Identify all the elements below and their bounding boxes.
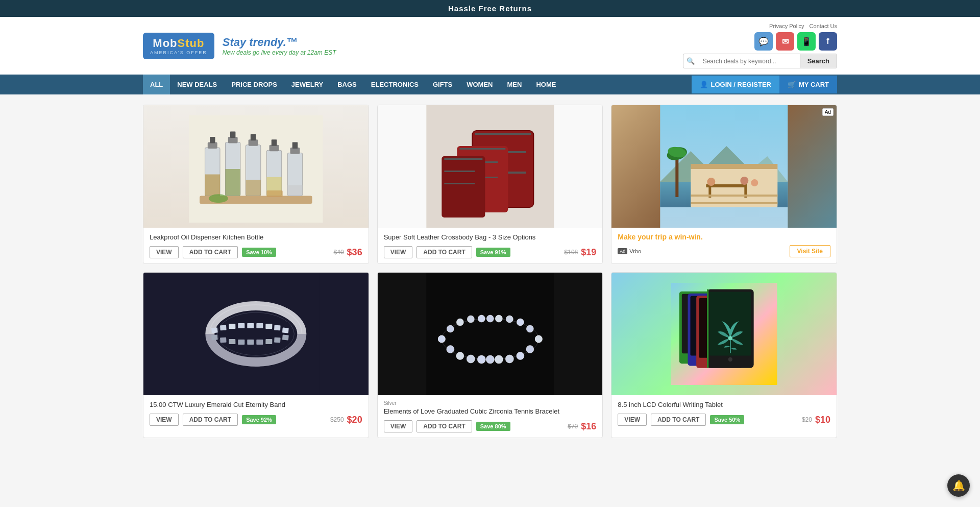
product-info-tennis-bracelet: Silver Elements of Love Graduated Cubic … [378, 395, 603, 438]
svg-point-83 [447, 325, 454, 332]
ad-card-vrbo: Ad Make your trip a win-win. Ad Vrbo Vis… [611, 105, 837, 264]
logo-area: MobStub AMERICA'S OFFER Stay trendy.™ Ne… [143, 33, 336, 59]
visit-site-button[interactable]: Visit Site [790, 245, 830, 257]
nav-item-jewelry[interactable]: JEWELRY [284, 75, 330, 94]
ad-source: Ad Vrbo [618, 248, 641, 254]
search-bar: 🔍 Search [683, 54, 837, 68]
svg-point-115 [728, 357, 732, 361]
logo-box[interactable]: MobStub AMERICA'S OFFER [143, 33, 214, 59]
svg-point-97 [477, 355, 485, 364]
tagline-sub: New deals go live every day at 12am EST [223, 49, 336, 56]
add-to-cart-button[interactable]: ADD TO CART [183, 246, 238, 258]
user-icon: 👤 [700, 81, 708, 88]
price-area: $108 $19 [565, 247, 597, 258]
product-card-oil-bottles: Leakproof Oil Dispenser Kitchen Bottle V… [143, 105, 369, 264]
svg-rect-30 [475, 133, 531, 135]
product-actions: VIEW ADD TO CART Save 50% $20 $10 [618, 414, 830, 426]
nav-cart-button[interactable]: 🛒 MY CART [779, 76, 837, 93]
save-badge: Save 10% [242, 248, 276, 257]
nav-item-electronics[interactable]: ELECTRONICS [364, 75, 426, 94]
svg-rect-73 [229, 339, 235, 344]
product-info-lcd-tablet: 8.5 inch LCD Colorful Writing Tablet VIE… [611, 395, 837, 431]
original-price: $108 [565, 249, 578, 256]
privacy-link[interactable]: Privacy Policy [769, 23, 804, 29]
svg-rect-3 [205, 175, 220, 196]
search-icon: 🔍 [683, 57, 698, 65]
product-image-eternity-band [143, 273, 369, 395]
contact-link[interactable]: Contact Us [810, 23, 837, 29]
nav-item-new-deals[interactable]: NEW DEALS [170, 75, 224, 94]
svg-rect-37 [442, 156, 485, 218]
svg-rect-66 [247, 323, 254, 328]
svg-rect-76 [256, 340, 263, 345]
product-actions: VIEW ADD TO CART Save 92% $250 $20 [150, 414, 362, 426]
cart-icon: 🛒 [788, 81, 796, 88]
view-button[interactable]: VIEW [384, 246, 413, 258]
svg-rect-54 [691, 195, 778, 197]
svg-point-101 [516, 352, 524, 360]
facebook-icon[interactable]: f [819, 32, 837, 51]
view-button[interactable]: VIEW [618, 414, 647, 426]
svg-point-96 [467, 355, 475, 363]
nav-item-women[interactable]: WOMEN [459, 75, 500, 94]
svg-point-51 [707, 178, 716, 186]
svg-point-93 [438, 335, 445, 343]
view-button[interactable]: VIEW [150, 414, 179, 426]
save-badge: Save 50% [710, 415, 744, 424]
price-area: $20 $10 [802, 415, 830, 425]
sms-icon[interactable]: 💬 [754, 32, 773, 51]
svg-rect-47 [691, 164, 778, 169]
svg-rect-78 [274, 337, 281, 343]
product-info-crossbody-bag: Super Soft Leather Crossbody Bag - 3 Siz… [378, 228, 603, 263]
original-price: $20 [802, 416, 812, 423]
nav-item-home[interactable]: HOME [529, 75, 563, 94]
nav-item-bags[interactable]: BAGS [330, 75, 364, 94]
svg-point-98 [486, 355, 494, 364]
svg-point-94 [446, 346, 454, 353]
svg-point-87 [486, 315, 494, 322]
svg-point-100 [505, 355, 513, 363]
nav-item-gifts[interactable]: GIFTS [426, 75, 459, 94]
search-button[interactable]: Search [800, 54, 837, 68]
nav-item-all[interactable]: ALL [143, 75, 170, 94]
search-input[interactable] [698, 55, 800, 68]
svg-rect-34 [459, 148, 505, 150]
svg-rect-69 [274, 325, 281, 331]
product-title: 15.00 CTW Luxury Emerald Cut Eternity Ba… [150, 400, 362, 409]
nav-item-price-drops[interactable]: PRICE DROPS [224, 75, 284, 94]
header-right: Privacy Policy Contact Us 💬 ✉ 📱 f 🔍 Sear… [683, 23, 837, 68]
svg-point-84 [456, 319, 463, 326]
svg-point-102 [526, 346, 533, 353]
svg-rect-71 [211, 335, 218, 341]
nav-item-men[interactable]: MEN [500, 75, 529, 94]
product-info-oil-bottles: Leakproof Oil Dispenser Kitchen Bottle V… [143, 228, 369, 263]
svg-rect-38 [444, 158, 482, 160]
email-icon[interactable]: ✉ [776, 32, 794, 51]
logo-brand: MobStub [153, 37, 204, 50]
view-button[interactable]: VIEW [384, 420, 413, 432]
nav-login-button[interactable]: 👤 LOGIN / REGISTER [692, 76, 779, 93]
svg-rect-21 [292, 142, 298, 149]
add-to-cart-button[interactable]: ADD TO CART [183, 414, 238, 426]
ad-badge: Ad [822, 108, 834, 116]
svg-rect-5 [210, 137, 215, 143]
main-nav: ALL NEW DEALS PRICE DROPS JEWELRY BAGS E… [0, 75, 980, 94]
add-to-cart-button[interactable]: ADD TO CART [416, 246, 472, 258]
view-button[interactable]: VIEW [150, 246, 179, 258]
svg-rect-62 [211, 328, 218, 333]
add-to-cart-button[interactable]: ADD TO CART [651, 414, 706, 426]
ad-source-badge: Ad [618, 248, 627, 254]
add-to-cart-button[interactable]: ADD TO CART [416, 420, 472, 432]
svg-rect-72 [220, 337, 227, 343]
price-area: $70 $16 [568, 421, 596, 432]
svg-rect-55 [691, 202, 778, 204]
product-title: Leakproof Oil Dispenser Kitchen Bottle [150, 233, 362, 242]
save-badge: Save 80% [476, 422, 510, 431]
svg-rect-19 [287, 185, 302, 196]
ad-title: Make your trip a win-win. [618, 233, 830, 241]
svg-rect-116 [707, 289, 708, 368]
whatsapp-icon[interactable]: 📱 [797, 32, 816, 51]
product-image-oil-bottles [143, 105, 369, 228]
svg-point-22 [209, 194, 228, 203]
social-icons: 💬 ✉ 📱 f [754, 32, 837, 51]
